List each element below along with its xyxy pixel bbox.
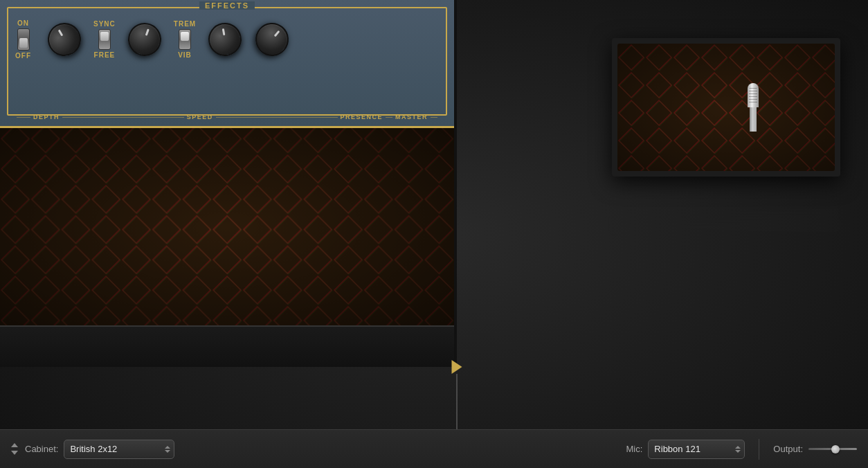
presence-knob-group [208,23,242,56]
sep5 [431,117,437,118]
sep4 [386,117,392,118]
master-bottom-label: MASTER [395,114,428,120]
small-cabinet-grille [617,44,835,171]
position-line [457,374,458,429]
cabinet-select-wrapper[interactable]: British 2x12 American 4x10 Vintage 1x12 … [64,440,174,459]
trem-vib-toggle[interactable] [179,29,191,50]
master-knob[interactable] [248,16,296,63]
mic-select[interactable]: Ribbon 121 Condenser 87 Dynamic 57 Large… [648,440,745,459]
presence-knob[interactable] [206,20,244,59]
grille-pattern-svg [0,128,454,325]
depth-knob[interactable] [42,17,87,62]
off-label: OFF [15,52,31,60]
play-position-indicator [452,360,462,429]
svg-rect-9 [617,44,835,171]
vib-label: VIB [178,51,192,59]
speed-bottom-label: SPEED [187,114,213,120]
cabinet-select[interactable]: British 2x12 American 4x10 Vintage 1x12 … [64,440,174,459]
cabinet-label: Cabinet: [25,444,58,454]
preset-up-arrow[interactable] [11,443,18,447]
on-off-toggle-group: ON OFF [15,19,31,60]
control-panel: EFFECTS ON OFF SYNC FREE [0,0,454,128]
output-slider-track[interactable] [808,448,857,450]
amp-bottom [0,325,454,367]
sync-label: SYNC [93,20,116,28]
depth-knob-group [48,23,81,56]
mic-head [748,83,759,107]
amp-cabinet: EFFECTS ON OFF SYNC FREE [0,0,457,367]
preset-arrows[interactable] [11,443,18,455]
trem-vib-toggle-group: TREM VIB [174,20,196,59]
effects-label: EFFECTS [199,1,255,10]
bottom-labels-row: DEPTH SPEED PRESENCE MASTER [14,114,440,120]
output-slider-group [808,448,857,450]
sync-free-toggle[interactable] [98,29,111,50]
sync-free-toggle-group: SYNC FREE [93,20,116,59]
small-cabinet-inner [617,44,835,171]
cabinet-reflection [612,177,840,232]
on-label: ON [17,19,29,27]
master-knob-group [255,23,289,56]
mic-label: Mic: [626,444,643,454]
preset-down-arrow[interactable] [11,451,18,455]
output-label: Output: [773,444,803,454]
speed-knob[interactable] [123,18,166,61]
trem-label: TREM [174,20,196,28]
toolbar-divider [759,439,759,460]
sep2 [62,117,184,118]
depth-bottom-label: DEPTH [33,114,60,120]
microphone[interactable] [748,83,759,132]
mic-body [750,107,757,132]
svg-rect-4 [0,128,454,325]
presence-bottom-label: PRESENCE [341,114,383,120]
play-button[interactable] [452,360,462,374]
gold-border [0,126,454,128]
on-off-toggle[interactable] [17,28,30,51]
output-slider-thumb[interactable] [831,445,840,453]
sep3 [216,117,338,118]
mic-select-wrapper[interactable]: Ribbon 121 Condenser 87 Dynamic 57 Large… [648,440,745,459]
speaker-grille [0,128,454,325]
bottom-toolbar: Cabinet: British 2x12 American 4x10 Vint… [0,429,868,468]
sep1 [17,117,30,118]
free-label: FREE [94,51,116,59]
small-cabinet[interactable] [612,38,840,177]
speed-knob-group [128,23,161,56]
